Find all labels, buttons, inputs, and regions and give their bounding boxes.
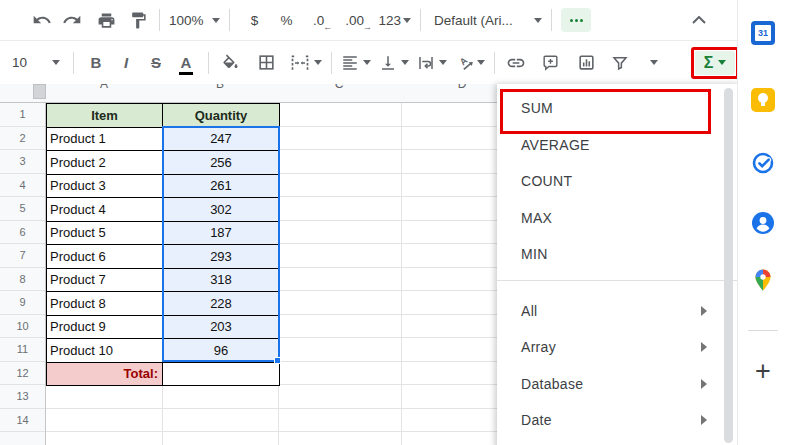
cell-A11[interactable]: Product 10 — [47, 339, 163, 363]
cell-B10[interactable]: 203 — [163, 316, 280, 340]
row-header-2[interactable]: 2 — [0, 127, 45, 151]
insert-chart-button[interactable] — [574, 50, 598, 76]
column-header-A[interactable]: A — [100, 84, 108, 91]
cell-B2[interactable]: 247 — [163, 128, 280, 152]
google-keep-button[interactable] — [751, 88, 775, 112]
undo-icon — [32, 10, 52, 30]
percent-icon: % — [281, 13, 293, 28]
format-currency-button[interactable]: $ — [243, 7, 267, 33]
cell-B7[interactable]: 293 — [163, 245, 280, 269]
cell-A9[interactable]: Product 8 — [47, 292, 163, 316]
cell-A12[interactable]: Total: — [47, 363, 163, 387]
vertical-align-button[interactable] — [379, 50, 409, 76]
cell-B11[interactable]: 96 — [163, 339, 280, 363]
menu-item-max[interactable]: MAX — [497, 200, 737, 237]
horizontal-align-button[interactable] — [341, 50, 371, 76]
row-header-12[interactable]: 12 — [0, 362, 45, 386]
row-header-4[interactable]: 4 — [0, 174, 45, 198]
font-selector[interactable]: Default (Ari... — [434, 7, 542, 33]
menu-item-date[interactable]: Date — [497, 402, 737, 439]
menu-function-list: SUMAVERAGECOUNTMAXMIN — [497, 84, 737, 273]
merge-cells-button[interactable] — [290, 50, 322, 76]
menu-item-sum[interactable]: SUM — [497, 90, 737, 127]
menu-item-label: Date — [521, 412, 552, 428]
menu-item-array[interactable]: Array — [497, 329, 737, 366]
row-header-1[interactable]: 1 — [0, 103, 45, 127]
decrease-decimal-button[interactable]: .0← — [307, 7, 331, 33]
get-addons-button[interactable]: + — [751, 359, 775, 383]
row-header-13[interactable]: 13 — [0, 385, 45, 409]
hide-menus-button[interactable] — [687, 7, 711, 33]
row-header-8[interactable]: 8 — [0, 268, 45, 292]
cell-A5[interactable]: Product 4 — [47, 198, 163, 222]
text-wrap-button[interactable] — [417, 50, 447, 76]
google-maps-button[interactable] — [751, 268, 775, 292]
paint-format-button[interactable] — [126, 7, 150, 33]
google-tasks-button[interactable] — [751, 151, 775, 175]
row-header-10[interactable]: 10 — [0, 315, 45, 339]
side-panel-separator — [748, 330, 778, 331]
google-calendar-button[interactable]: 31 — [751, 21, 775, 45]
redo-button[interactable] — [60, 7, 84, 33]
format-percent-button[interactable]: % — [275, 7, 299, 33]
menu-item-min[interactable]: MIN — [497, 236, 737, 273]
cell-B1[interactable]: Quantity — [163, 104, 280, 128]
more-options-button[interactable] — [561, 8, 591, 32]
fill-color-button[interactable] — [218, 50, 242, 76]
cell-B4[interactable]: 261 — [163, 175, 280, 199]
menu-item-count[interactable]: COUNT — [497, 163, 737, 200]
bold-button[interactable]: B — [83, 50, 109, 76]
row-header-6[interactable]: 6 — [0, 221, 45, 245]
cell-B12[interactable] — [163, 363, 280, 387]
filter-views-button[interactable] — [642, 50, 666, 76]
google-contacts-button[interactable] — [751, 211, 775, 235]
cell-B3[interactable]: 256 — [163, 151, 280, 175]
cell-B8[interactable]: 318 — [163, 269, 280, 293]
text-rotation-button[interactable]: A — [455, 50, 485, 76]
cell-A4[interactable]: Product 3 — [47, 175, 163, 199]
cell-B6[interactable]: 187 — [163, 222, 280, 246]
undo-button[interactable] — [30, 7, 54, 33]
cell-B9[interactable]: 228 — [163, 292, 280, 316]
row-header-14[interactable]: 14 — [0, 409, 45, 433]
functions-button[interactable]: Σ — [695, 51, 735, 75]
menu-item-database[interactable]: Database — [497, 366, 737, 403]
cell-A1[interactable]: Item — [47, 104, 163, 128]
more-formats-button[interactable]: 123 — [379, 7, 412, 33]
row-header-9[interactable]: 9 — [0, 291, 45, 315]
google-sheets-window: 100% $ % .0← .00→ 123 Default (Ari... — [0, 0, 788, 445]
cell-A6[interactable]: Product 5 — [47, 222, 163, 246]
row-header-5[interactable]: 5 — [0, 197, 45, 221]
cell-A10[interactable]: Product 9 — [47, 316, 163, 340]
column-header-D[interactable]: D — [458, 84, 467, 91]
create-filter-button[interactable] — [608, 50, 632, 76]
zoom-button[interactable]: 100% — [169, 7, 220, 33]
increase-decimal-button[interactable]: .00→ — [343, 7, 367, 33]
select-all-corner[interactable] — [33, 84, 46, 99]
cell-A7[interactable]: Product 6 — [47, 245, 163, 269]
column-header-B[interactable]: B — [216, 84, 224, 91]
cell-B5[interactable]: 302 — [163, 198, 280, 222]
toolbar-divider — [494, 52, 495, 74]
column-header-C[interactable]: C — [335, 84, 344, 91]
chevron-down-icon — [650, 60, 658, 65]
borders-button[interactable] — [254, 50, 278, 76]
cell-A3[interactable]: Product 2 — [47, 151, 163, 175]
strikethrough-button[interactable]: S — [143, 50, 169, 76]
insert-link-button[interactable] — [504, 50, 528, 76]
italic-button[interactable]: I — [113, 50, 139, 76]
menu-item-all[interactable]: All — [497, 293, 737, 330]
row-header-11[interactable]: 11 — [0, 338, 45, 362]
fill-handle[interactable] — [274, 357, 281, 364]
row-header-3[interactable]: 3 — [0, 150, 45, 174]
insert-comment-button[interactable] — [538, 50, 562, 76]
font-size-selector[interactable]: 10 — [8, 50, 64, 76]
print-button[interactable] — [94, 7, 118, 33]
menu-scrollbar[interactable] — [724, 88, 733, 443]
cell-A2[interactable]: Product 1 — [47, 128, 163, 152]
text-color-button[interactable]: A — [173, 50, 199, 76]
menu-item-average[interactable]: AVERAGE — [497, 127, 737, 164]
chevron-down-icon — [212, 18, 220, 23]
row-header-7[interactable]: 7 — [0, 244, 45, 268]
cell-A8[interactable]: Product 7 — [47, 269, 163, 293]
